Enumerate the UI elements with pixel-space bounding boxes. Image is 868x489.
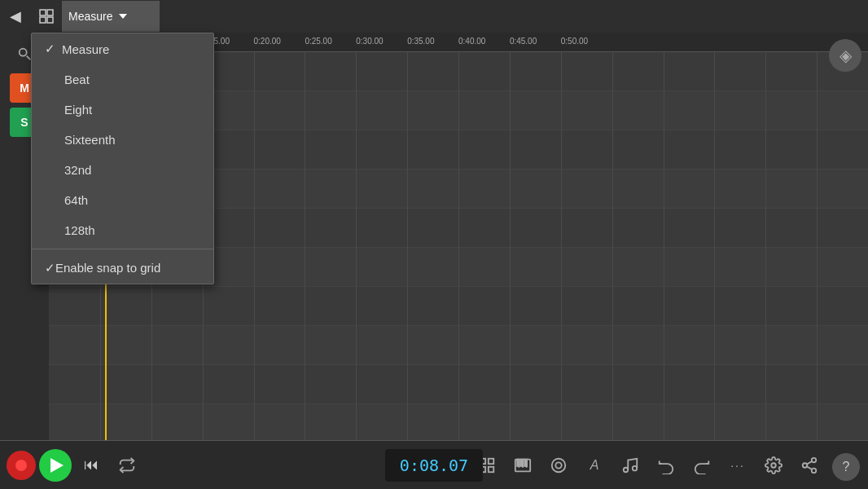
chevron-down-icon <box>119 14 127 19</box>
tick-50: 0:50.00 <box>561 33 588 46</box>
svg-point-30 <box>771 463 776 468</box>
svg-rect-1 <box>47 10 53 15</box>
dropdown-item-32nd[interactable]: 32nd <box>32 155 213 185</box>
svg-point-29 <box>633 465 638 470</box>
beat-item-label: Beat <box>64 73 90 86</box>
tick-45: 0:45.00 <box>510 33 537 46</box>
redo-button[interactable] <box>686 449 718 482</box>
dropdown-item-beat[interactable]: Beat <box>32 64 213 95</box>
tick-30: 0:30.00 <box>356 33 383 46</box>
grid-line-v8 <box>458 52 459 440</box>
grid-line-v7 <box>407 52 408 440</box>
undo-button[interactable] <box>650 449 682 482</box>
grid-icon <box>38 8 55 24</box>
loop-button[interactable] <box>111 449 143 482</box>
grid-line-v5 <box>305 52 305 440</box>
svg-rect-25 <box>524 459 527 465</box>
dropdown-item-eight[interactable]: Eight <box>32 95 213 125</box>
grid-line-v14 <box>765 52 766 440</box>
grid-line-v9 <box>510 52 511 440</box>
measure-dropdown-button[interactable]: Measure <box>62 1 160 32</box>
undo-icon <box>657 456 675 474</box>
measure-label: Measure <box>68 10 112 23</box>
text-icon: A <box>590 458 599 473</box>
piano-button[interactable] <box>506 449 539 482</box>
time-display-container: 0:08.07 <box>385 449 483 482</box>
redo-icon <box>693 456 711 474</box>
record-button[interactable] <box>7 451 36 480</box>
grid-line-v12 <box>664 52 664 440</box>
eight-item-label: Eight <box>64 103 92 117</box>
grid-line-v10 <box>561 52 562 440</box>
rewind-icon: ⏮ <box>84 456 99 474</box>
sixteenth-item-label: Sixteenth <box>64 133 116 147</box>
svg-rect-0 <box>40 10 46 15</box>
dropdown-menu: Measure Beat Eight Sixteenth 32nd 64th 1… <box>31 33 214 284</box>
record-dot <box>15 460 27 471</box>
rewind-button[interactable]: ⏮ <box>75 449 107 482</box>
snap-label: ✓Enable snap to grid <box>45 261 160 275</box>
play-button[interactable] <box>39 449 72 482</box>
note-icon <box>621 456 639 474</box>
grid-line-v15 <box>817 52 818 440</box>
grid-line-v13 <box>714 52 715 440</box>
bottom-toolbar: ⏮ 0:08.07 <box>0 440 868 489</box>
svg-rect-2 <box>40 17 46 23</box>
svg-point-31 <box>812 457 817 462</box>
share-button[interactable] <box>793 449 826 482</box>
128th-item-label: 128th <box>64 223 95 237</box>
text-button[interactable]: A <box>578 449 611 482</box>
tick-40: 0:40.00 <box>458 33 485 46</box>
dropdown-snap-item[interactable]: ✓Enable snap to grid <box>32 253 213 284</box>
time-display: 0:08.07 <box>385 449 483 482</box>
svg-point-33 <box>812 468 817 473</box>
svg-line-34 <box>807 466 812 469</box>
grid-line-v6 <box>356 52 357 440</box>
64th-item-label: 64th <box>64 193 88 207</box>
loop-ring-icon <box>550 456 568 474</box>
svg-line-5 <box>27 56 31 60</box>
settings-icon <box>765 456 783 474</box>
dropdown-item-sixteenth[interactable]: Sixteenth <box>32 125 213 155</box>
search-icon <box>17 46 32 61</box>
dropdown-item-128th[interactable]: 128th <box>32 215 213 245</box>
note-button[interactable] <box>614 449 647 482</box>
dropdown-divider <box>32 249 213 249</box>
loop-icon <box>118 456 136 474</box>
help-icon: ? <box>843 460 850 474</box>
bottom-right-controls: A ··· <box>435 449 861 482</box>
loop-ring-button[interactable] <box>542 449 575 482</box>
svg-line-35 <box>807 460 812 464</box>
svg-rect-18 <box>489 466 493 471</box>
svg-point-32 <box>803 463 808 468</box>
svg-rect-23 <box>517 459 519 465</box>
back-button[interactable]: ◀ <box>0 1 31 32</box>
play-icon <box>50 458 64 473</box>
settings-button[interactable] <box>757 449 790 482</box>
tick-35: 0:35.00 <box>407 33 434 46</box>
svg-point-27 <box>555 462 561 468</box>
tick-20: 0:20.00 <box>254 33 281 46</box>
measure-item-label: Measure <box>62 42 109 56</box>
top-right-avatar[interactable]: ◈ <box>829 39 861 72</box>
svg-point-4 <box>20 49 27 56</box>
svg-rect-24 <box>521 459 524 465</box>
back-icon: ◀ <box>10 7 21 25</box>
dropdown-item-measure[interactable]: Measure <box>32 33 213 64</box>
help-button[interactable]: ? <box>832 453 860 481</box>
avatar-icon: ◈ <box>840 46 852 65</box>
svg-point-28 <box>624 467 629 472</box>
32nd-item-label: 32nd <box>64 163 91 177</box>
more-button[interactable]: ··· <box>721 449 754 482</box>
svg-rect-16 <box>489 458 493 463</box>
piano-icon <box>514 456 532 474</box>
svg-rect-3 <box>47 17 53 23</box>
tick-25: 0:25.00 <box>305 33 331 46</box>
transport-controls: ⏮ <box>7 449 143 482</box>
grid-line-v11 <box>612 52 613 440</box>
top-toolbar: ◀ Measure <box>0 0 868 33</box>
grid-line-v4 <box>254 52 255 440</box>
dropdown-item-64th[interactable]: 64th <box>32 185 213 215</box>
more-icon: ··· <box>730 459 745 472</box>
grid-button[interactable] <box>31 1 62 32</box>
